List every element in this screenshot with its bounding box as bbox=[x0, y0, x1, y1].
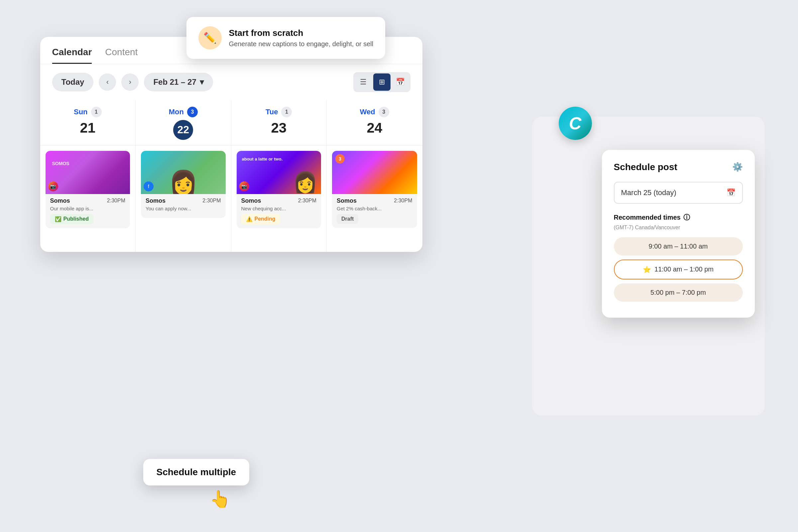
post-name-tue: Somos bbox=[241, 197, 261, 204]
schedule-post-panel: Schedule post ⚙️ March 25 (today) 📅 Reco… bbox=[602, 150, 755, 318]
day-name-wed: Wed bbox=[360, 108, 375, 116]
time-slot-2[interactable]: 5:00 pm – 7:00 pm bbox=[614, 283, 743, 302]
post-info-sun: Somos 2:30PM Our mobile app is... ✅ Publ… bbox=[45, 194, 130, 228]
day-posts-sun: SOMOS 📷 Somos 2:30PM Our mobile app is..… bbox=[40, 146, 136, 252]
post-card-tue[interactable]: about a latte or two. 📷 👩 Somos 2:30PM N… bbox=[236, 151, 321, 228]
star-icon: ⭐ bbox=[643, 266, 651, 273]
social-icon-fb-mon: f bbox=[144, 182, 154, 191]
post-name-wed: Somos bbox=[337, 197, 357, 204]
post-card-sun[interactable]: SOMOS 📷 Somos 2:30PM Our mobile app is..… bbox=[45, 151, 130, 228]
post-card-wed[interactable]: 3 Somos 2:30PM Get 2% cash-back... Draft bbox=[332, 151, 417, 228]
info-icon: ⓘ bbox=[683, 213, 690, 222]
day-header-tue: Tue 1 23 bbox=[231, 100, 327, 146]
calendar-day-headers: Sun 1 21 Mon 3 22 Tue 1 23 bbox=[40, 100, 422, 146]
tooltip-scratch-content: Start from scratch Generate new captions… bbox=[229, 28, 374, 48]
tab-content[interactable]: Content bbox=[105, 47, 138, 64]
next-button[interactable]: › bbox=[121, 73, 138, 91]
time-slot-1[interactable]: ⭐ 11:00 am – 1:00 pm bbox=[614, 260, 743, 280]
day-posts-mon: f 👩 Somos 2:30PM You can apply now... bbox=[136, 146, 231, 252]
tooltip-scratch-subtitle: Generate new captions to engage, delight… bbox=[229, 40, 374, 48]
day-number-wed: 24 bbox=[366, 120, 382, 136]
tooltip-scratch-title: Start from scratch bbox=[229, 28, 374, 38]
post-image-wed: 3 bbox=[332, 151, 417, 194]
post-time-wed: 2:30PM bbox=[394, 198, 412, 204]
schedule-panel-title: Schedule post bbox=[614, 162, 677, 172]
post-info-tue: Somos 2:30PM New chequing acc... ⚠️ Pend… bbox=[236, 194, 321, 228]
social-icon-ig-sun: 📷 bbox=[48, 182, 58, 191]
post-time-tue: 2:30PM bbox=[298, 198, 317, 204]
settings-button[interactable]: ⚙️ bbox=[732, 162, 743, 172]
post-image-mon: f 👩 bbox=[141, 151, 226, 194]
prev-button[interactable]: ‹ bbox=[99, 73, 116, 91]
day-number-tue: 23 bbox=[271, 120, 286, 136]
calendar-icon: 📅 bbox=[726, 188, 736, 197]
cursor-hand-icon: 👆 bbox=[210, 490, 230, 509]
post-info-mon: Somos 2:30PM You can apply now... bbox=[141, 194, 226, 218]
day-posts-tue: about a latte or two. 📷 👩 Somos 2:30PM N… bbox=[231, 146, 327, 252]
day-name-sun: Sun bbox=[74, 108, 88, 116]
post-time-mon: 2:30PM bbox=[203, 198, 221, 204]
post-name-mon: Somos bbox=[146, 197, 166, 204]
calendar-posts-row: SOMOS 📷 Somos 2:30PM Our mobile app is..… bbox=[40, 146, 422, 252]
day-posts-wed: 3 Somos 2:30PM Get 2% cash-back... Draft bbox=[327, 146, 422, 252]
recommended-label: Recommended times ⓘ bbox=[614, 213, 743, 222]
post-info-wed: Somos 2:30PM Get 2% cash-back... Draft bbox=[332, 194, 417, 228]
calendar-view-button[interactable]: 📅 bbox=[392, 73, 409, 91]
grid-view-button[interactable]: ⊞ bbox=[373, 73, 391, 91]
day-number-mon: 22 bbox=[173, 120, 193, 140]
tooltip-scratch: ✏️ Start from scratch Generate new capti… bbox=[187, 17, 385, 59]
pencil-icon: ✏️ bbox=[198, 26, 222, 50]
schedule-panel-header: Schedule post ⚙️ bbox=[614, 162, 743, 172]
post-status-sun: ✅ Published bbox=[50, 214, 93, 224]
wed-post-badge: 3 bbox=[335, 154, 345, 164]
view-toggle: ☰ ⊞ 📅 bbox=[353, 72, 411, 92]
day-count-sun: 1 bbox=[91, 107, 102, 117]
calendar-toolbar: Today ‹ › Feb 21 – 27 ▾ ☰ ⊞ 📅 bbox=[40, 64, 422, 100]
tab-calendar[interactable]: Calendar bbox=[52, 47, 92, 64]
date-field[interactable]: March 25 (today) 📅 bbox=[614, 182, 743, 204]
social-icon-ig-tue: 📷 bbox=[239, 182, 249, 191]
post-image-text-sun: SOMOS bbox=[52, 161, 70, 166]
post-card-mon[interactable]: f 👩 Somos 2:30PM You can apply now... bbox=[141, 151, 226, 218]
day-count-mon: 3 bbox=[187, 107, 198, 117]
time-slot-0[interactable]: 9:00 am – 11:00 am bbox=[614, 237, 743, 255]
post-image-sun: SOMOS 📷 bbox=[45, 151, 130, 194]
day-header-wed: Wed 3 24 bbox=[327, 100, 422, 146]
day-count-wed: 3 bbox=[379, 107, 389, 117]
post-person-tue: 👩 bbox=[293, 170, 318, 194]
post-desc-wed: Get 2% cash-back... bbox=[337, 206, 413, 211]
today-button[interactable]: Today bbox=[52, 73, 94, 91]
day-name-tue: Tue bbox=[266, 108, 278, 116]
post-desc-sun: Our mobile app is... bbox=[50, 206, 126, 211]
day-header-mon: Mon 3 22 bbox=[136, 100, 231, 146]
timezone-label: (GMT-7) Canada/Vancouver bbox=[614, 225, 743, 231]
list-view-button[interactable]: ☰ bbox=[355, 73, 372, 91]
tooltip-schedule-multiple[interactable]: Schedule multiple bbox=[143, 459, 250, 486]
post-time-sun: 2:30PM bbox=[107, 198, 125, 204]
contently-logo: C bbox=[559, 107, 592, 140]
date-field-value: March 25 (today) bbox=[621, 188, 676, 197]
day-header-sun: Sun 1 21 bbox=[40, 100, 136, 146]
day-name-mon: Mon bbox=[169, 108, 184, 116]
post-name-sun: Somos bbox=[50, 197, 70, 204]
day-count-tue: 1 bbox=[281, 107, 292, 117]
post-person-mon: 👩 bbox=[169, 171, 198, 194]
post-image-text-tue: about a latte or two. bbox=[242, 156, 283, 162]
date-range-button[interactable]: Feb 21 – 27 ▾ bbox=[144, 73, 213, 91]
day-number-sun: 21 bbox=[80, 120, 95, 136]
calendar-card: Calendar Content Today ‹ › Feb 21 – 27 ▾… bbox=[40, 37, 422, 252]
post-desc-mon: You can apply now... bbox=[146, 206, 221, 211]
post-status-tue: ⚠️ Pending bbox=[241, 214, 280, 224]
post-desc-tue: New chequing acc... bbox=[241, 206, 317, 211]
post-image-tue: about a latte or two. 📷 👩 bbox=[236, 151, 321, 194]
post-status-wed: Draft bbox=[337, 214, 358, 224]
